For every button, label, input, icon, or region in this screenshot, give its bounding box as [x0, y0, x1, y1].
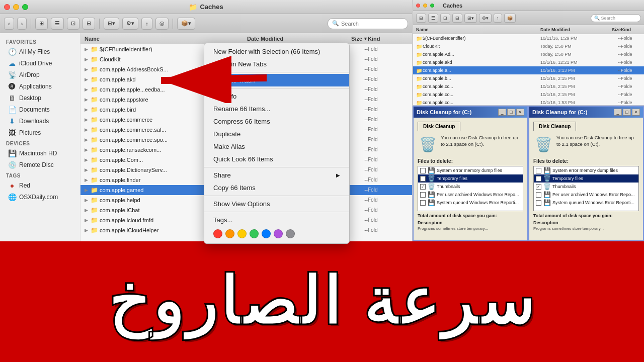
- col-date-header[interactable]: Date Modified: [247, 36, 328, 42]
- disk-list-item[interactable]: 💾 Per user archived Windows Error Repo..…: [534, 191, 638, 199]
- small-file-row[interactable]: 📁 com.apple.a... 10/5/16, 3:13 PM -- Fol…: [413, 66, 644, 74]
- context-menu-item[interactable]: Duplicate: [204, 128, 349, 140]
- sidebar-item-macintosh-hd[interactable]: 💾 Macintosh HD: [2, 148, 78, 159]
- small-file-row[interactable]: 📁 com.apple.cc... 10/1/16, 2:15 PM -- Fo…: [413, 82, 644, 90]
- context-menu-item[interactable]: Compress 66 Items: [204, 115, 349, 128]
- sidebar-item-icloud-drive[interactable]: ☁ iCloud Drive: [2, 58, 78, 69]
- small-view-btn-1[interactable]: ⊞: [416, 14, 426, 23]
- small-file-row[interactable]: 📁 $(CFBundleIdentifier) 10/11/16, 1:29 P…: [413, 34, 644, 42]
- context-menu-item[interactable]: Share▶: [204, 169, 349, 182]
- small-file-row[interactable]: 📁 com.apple.co... 10/1/16, 2:15 PM -- Fo…: [413, 90, 644, 99]
- search-box[interactable]: 🔍: [328, 18, 408, 29]
- color-dot[interactable]: [213, 229, 222, 238]
- disk-checkbox[interactable]: [536, 168, 541, 173]
- disk-list-item[interactable]: 💾 System queued Windows Error Reporti...: [534, 199, 638, 207]
- view-icons-button[interactable]: ⊞: [35, 18, 48, 30]
- context-menu-item[interactable]: New Folder with Selection (66 Items): [204, 45, 349, 58]
- sidebar-item-airdrop[interactable]: 📡 AirDrop: [2, 69, 78, 80]
- back-button[interactable]: ‹: [4, 18, 14, 30]
- small-view-btn-3[interactable]: ⊡: [440, 14, 450, 23]
- small-dropbox-btn[interactable]: 📦: [504, 14, 516, 23]
- sidebar-item-remote-disc[interactable]: 💿 Remote Disc: [2, 159, 78, 170]
- disk-list-item[interactable]: 💾 System error memory dump files: [418, 166, 523, 174]
- disk-list-item[interactable]: 🗑️ Temporary files: [534, 174, 638, 183]
- sidebar-item-downloads[interactable]: ⬇ Downloads: [2, 116, 78, 127]
- disk-tab-2[interactable]: Disk Cleanup: [533, 122, 576, 131]
- win-minimize-2[interactable]: _: [614, 109, 622, 116]
- dropbox-button[interactable]: 📦▾: [177, 18, 195, 30]
- view-gallery-button[interactable]: ⊟: [83, 18, 95, 30]
- win-maximize-1[interactable]: □: [507, 109, 515, 116]
- small-view-btn-2[interactable]: ☰: [428, 14, 438, 23]
- win-close-2[interactable]: ×: [632, 109, 640, 116]
- disk-list-item[interactable]: 💾 System queued Windows Error Reporti...: [418, 199, 523, 207]
- win-close-1[interactable]: ×: [516, 109, 524, 116]
- small-fullscreen-button[interactable]: [430, 4, 434, 8]
- disk-checkbox[interactable]: [536, 200, 541, 206]
- sidebar-item-desktop[interactable]: 🖥 Desktop: [2, 93, 78, 104]
- color-dot[interactable]: [286, 229, 295, 238]
- small-file-row[interactable]: 📁 com.apple.co... 10/1/16, 1:53 PM -- Fo…: [413, 99, 644, 106]
- tag-button[interactable]: ◎: [155, 18, 169, 30]
- context-menu-item[interactable]: Move to Trash: [204, 74, 349, 86]
- fullscreen-button[interactable]: [22, 4, 28, 10]
- sidebar-item-osxdaily[interactable]: 🌐 OSXDaily.com: [2, 192, 78, 203]
- close-button[interactable]: [4, 4, 10, 10]
- disk-list-item[interactable]: 💾 Per user archived Windows Error Repo..…: [418, 191, 523, 199]
- small-file-row[interactable]: 📁 com.apple.akd 10/1/16, 12:21 PM -- Fol…: [413, 58, 644, 66]
- color-dot[interactable]: [250, 229, 259, 238]
- disk-list-item[interactable]: 🗑️ Temporary files: [418, 174, 523, 183]
- small-minimize-button[interactable]: [423, 4, 427, 8]
- view-list-button[interactable]: ☰: [51, 18, 64, 30]
- context-menu-item[interactable]: Show View Options: [204, 198, 349, 210]
- color-dot[interactable]: [237, 229, 247, 238]
- disk-checkbox[interactable]: [420, 184, 426, 190]
- win-minimize-1[interactable]: _: [498, 109, 506, 116]
- small-search-box[interactable]: 🔍 Search: [591, 14, 641, 22]
- search-input[interactable]: [341, 21, 404, 27]
- small-file-row[interactable]: 📁 CloudKit Today, 1:50 PM -- Folde: [413, 42, 644, 50]
- small-share-btn[interactable]: ↑: [494, 14, 502, 23]
- col-name-header[interactable]: Name: [85, 36, 247, 42]
- small-view-btn-4[interactable]: ⊟: [452, 14, 462, 23]
- disk-checkbox[interactable]: [536, 184, 541, 190]
- sidebar-item-applications[interactable]: 🅐 Applications: [2, 81, 78, 92]
- disk-list-item[interactable]: 🗑️ Thumbnails: [534, 183, 638, 191]
- context-menu-item[interactable]: Tags...: [204, 214, 349, 226]
- color-dot[interactable]: [262, 229, 271, 238]
- col-size-header[interactable]: Size ▼: [328, 36, 368, 42]
- sidebar-item-all-my-files[interactable]: 🕐 All My Files: [2, 46, 78, 57]
- sidebar-item-pictures[interactable]: 🖼 Pictures: [2, 127, 78, 138]
- color-dot[interactable]: [274, 229, 283, 238]
- context-menu-item[interactable]: Get Info: [204, 90, 349, 103]
- sidebar-item-red[interactable]: ● Red: [2, 180, 78, 191]
- disk-checkbox[interactable]: [420, 200, 426, 206]
- context-menu-item[interactable]: Quick Look 66 Items: [204, 153, 349, 165]
- small-arrange-btn[interactable]: ⊞▾: [464, 14, 477, 23]
- disk-checkbox[interactable]: [420, 176, 426, 182]
- col-kind-header[interactable]: Kind: [368, 36, 408, 42]
- action-button[interactable]: ⚙▾: [122, 18, 138, 30]
- disk-list-item[interactable]: 🗑️ Thumbnails: [418, 183, 523, 191]
- arrange-button[interactable]: ⊞▾: [104, 18, 119, 30]
- share-button[interactable]: ↑: [141, 18, 152, 30]
- view-columns-button[interactable]: ⊡: [67, 18, 79, 30]
- context-menu-item[interactable]: Make Alias: [204, 140, 349, 153]
- forward-button[interactable]: ›: [17, 18, 27, 30]
- small-action-btn[interactable]: ⚙▾: [479, 14, 492, 23]
- small-close-button[interactable]: [416, 4, 420, 8]
- small-file-row[interactable]: 📁 com.apple.Ad... Today, 1:50 PM -- Fold…: [413, 50, 644, 58]
- disk-checkbox[interactable]: [536, 192, 541, 198]
- disk-checkbox[interactable]: [420, 168, 426, 173]
- context-menu-item[interactable]: Rename 66 Items...: [204, 103, 349, 115]
- minimize-button[interactable]: [13, 4, 19, 10]
- sidebar-item-documents[interactable]: 📄 Documents: [2, 104, 78, 115]
- context-menu-item[interactable]: Open in New Tabs: [204, 58, 349, 70]
- disk-checkbox[interactable]: [536, 176, 541, 182]
- context-menu-item[interactable]: Copy 66 Items: [204, 182, 349, 194]
- disk-tab-1[interactable]: Disk Cleanup: [418, 122, 460, 131]
- disk-checkbox[interactable]: [420, 192, 426, 198]
- small-file-row[interactable]: 📁 com.apple.b... 10/1/16, 2:15 PM -- Fol…: [413, 74, 644, 82]
- color-dot[interactable]: [225, 229, 234, 238]
- win-maximize-2[interactable]: □: [623, 109, 631, 116]
